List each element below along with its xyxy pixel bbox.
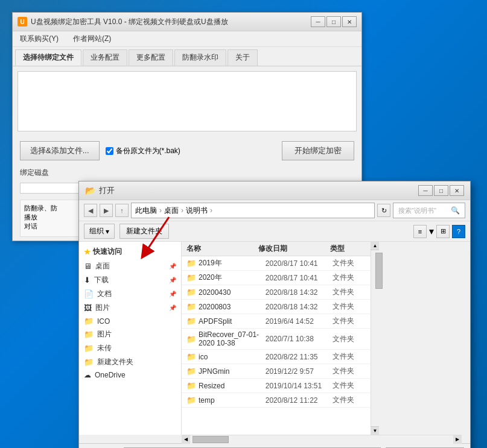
h-scroll-thumb[interactable] <box>193 436 229 443</box>
sidebar-item-desktop[interactable]: 🖥 桌面 📌 <box>79 259 181 273</box>
file-date: 2019/10/14 13:51 <box>266 382 333 390</box>
tab-more-config[interactable]: 更多配置 <box>129 49 173 66</box>
start-button[interactable]: 开始绑定加密 <box>282 141 354 160</box>
dialog-scrollbar-h[interactable]: ◀ ▶ <box>182 435 462 443</box>
sidebar-item-pictures2[interactable]: 📁 图片 <box>79 327 181 341</box>
organize-button[interactable]: 组织 ▾ <box>84 224 115 239</box>
back-button[interactable]: ◀ <box>84 204 97 217</box>
dialog-title-left: 📂 打开 <box>85 185 115 196</box>
file-row[interactable]: 📁 20200430 2020/8/18 14:32 文件夹 <box>182 285 371 300</box>
up-button[interactable]: ↑ <box>115 204 129 217</box>
h-scroll-track[interactable] <box>190 435 453 444</box>
file-type: 文件夹 <box>333 366 366 376</box>
file-name: BitRecover_07-01-2020 10-38 <box>199 330 266 347</box>
app-title: U盘视频绑定加密工具 V10.0 - 绑定视频文件到硬盘或U盘播放 <box>31 17 228 27</box>
backup-checkbox[interactable] <box>106 147 113 155</box>
view-toggle-button[interactable]: ≡ <box>413 225 427 238</box>
file-row[interactable]: 📁 JPNGmin 2019/12/2 9:57 文件夹 <box>182 364 371 379</box>
file-date: 2020/8/18 14:32 <box>266 288 333 297</box>
file-row[interactable]: 📁 2019年 2020/8/17 10:41 文件夹 <box>182 256 371 271</box>
maximize-button[interactable]: □ <box>326 16 341 27</box>
sidebar-item-onedrive[interactable]: ☁ OneDrive <box>79 369 181 381</box>
folder-icon: 📁 <box>186 335 196 344</box>
sidebar-item-ico[interactable]: 📁 ICO <box>79 315 181 327</box>
forward-button[interactable]: ▶ <box>100 204 113 217</box>
sidebar-item-pictures[interactable]: 🖼 图片 📌 <box>79 301 181 315</box>
organize-label: 组织 <box>89 226 104 236</box>
file-date: 2020/8/17 10:41 <box>266 259 333 268</box>
file-row[interactable]: 📁 Resized 2019/10/14 13:51 文件夹 <box>182 379 371 393</box>
file-row[interactable]: 📁 APDFSplit 2019/6/4 14:52 文件夹 <box>182 314 371 329</box>
folder-icon: 📁 <box>186 381 196 390</box>
file-list-area <box>18 71 357 131</box>
dialog-close-button[interactable]: ✕ <box>450 185 464 196</box>
onedrive-icon: ☁ <box>84 371 91 379</box>
dialog-body-wrapper: ★ 快速访问 🖥 桌面 📌 ⬇ 下载 📌 📄 <box>79 242 470 435</box>
dialog-main: 名称 修改日期 类型 📁 2019年 2020/8/17 10:41 文件夹 📁… <box>182 242 371 435</box>
folder-icon: 📁 <box>186 352 196 361</box>
col-header-date: 修改日期 <box>258 244 330 254</box>
view-grid-button[interactable]: ⊞ <box>436 225 450 238</box>
file-type: 文件夹 <box>333 301 366 312</box>
downloads-icon: ⬇ <box>84 276 91 285</box>
menu-bar: 联系购买(Y) 作者网站(Z) <box>13 31 361 47</box>
file-row[interactable]: 📁 ico 2020/8/22 11:35 文件夹 <box>182 350 371 364</box>
file-rows-container: 📁 2019年 2020/8/17 10:41 文件夹 📁 2020年 2020… <box>182 256 371 408</box>
folder-icon: 📁 <box>186 288 196 297</box>
dialog-scrollbar-v[interactable]: ▲ ▼ <box>371 242 379 435</box>
h-scroll-left[interactable]: ◀ <box>182 435 190 444</box>
sidebar-item-new-folder[interactable]: 📁 新建文件夹 <box>79 355 181 369</box>
file-name: ico <box>199 353 266 361</box>
view-controls: ≡ ▾ ⊞ ? <box>413 225 465 238</box>
search-box[interactable]: 搜索"说明书" 🔍 <box>393 203 465 218</box>
pictures2-folder-icon: 📁 <box>84 330 94 339</box>
file-row[interactable]: 📁 20200803 2020/8/18 14:32 文件夹 <box>182 300 371 314</box>
menu-contact[interactable]: 联系购买(Y) <box>18 33 61 45</box>
desktop: U U盘视频绑定加密工具 V10.0 - 绑定视频文件到硬盘或U盘播放 ─ □ … <box>0 0 487 448</box>
file-date: 2020/8/22 11:35 <box>266 353 333 361</box>
tab-about[interactable]: 关于 <box>228 49 258 66</box>
dialog-actions-bar: 组织 ▾ 新建文件夹 ≡ ▾ ⊞ ? <box>79 221 470 242</box>
organize-dropdown-icon: ▾ <box>106 227 109 236</box>
close-button[interactable]: ✕ <box>342 16 357 27</box>
menu-website[interactable]: 作者网站(Z) <box>71 33 113 45</box>
file-name: Resized <box>199 382 266 390</box>
file-type: 文件夹 <box>333 334 366 344</box>
ico-folder-icon: 📁 <box>84 317 94 326</box>
sidebar-item-documents[interactable]: 📄 文档 📌 <box>79 287 181 301</box>
h-scroll-right[interactable]: ▶ <box>453 435 462 444</box>
sidebar-item-weizhuan[interactable]: 📁 未传 <box>79 341 181 355</box>
scroll-up-button[interactable]: ▲ <box>371 242 379 250</box>
breadcrumb-bar[interactable]: 此电脑 › 桌面 › 说明书 › <box>131 203 375 218</box>
tab-watermark[interactable]: 防翻录水印 <box>174 49 226 66</box>
file-name: APDFSplit <box>199 317 266 326</box>
title-bar: U U盘视频绑定加密工具 V10.0 - 绑定视频文件到硬盘或U盘播放 ─ □ … <box>13 13 361 31</box>
tab-business-config[interactable]: 业务配置 <box>83 49 127 66</box>
file-type: 文件夹 <box>333 287 366 297</box>
file-date: 2020/8/18 14:32 <box>266 303 333 311</box>
breadcrumb-pc: 此电脑 <box>135 206 157 216</box>
dialog-minimize-button[interactable]: ─ <box>418 185 433 196</box>
new-folder-button[interactable]: 新建文件夹 <box>119 224 169 239</box>
dialog-maximize-button[interactable]: □ <box>434 185 448 196</box>
file-row[interactable]: 📁 temp 2020/8/12 11:22 文件夹 <box>182 393 371 408</box>
scroll-down-button[interactable]: ▼ <box>371 426 379 435</box>
file-row[interactable]: 📁 BitRecover_07-01-2020 10-38 2020/7/1 1… <box>182 329 371 350</box>
pin-icon-pictures: 📌 <box>169 304 176 311</box>
pin-icon-documents: 📌 <box>169 291 176 297</box>
sidebar-ico-label: ICO <box>97 317 110 326</box>
scroll-thumb[interactable] <box>375 253 383 289</box>
help-button[interactable]: ? <box>452 225 465 238</box>
file-name: temp <box>199 396 266 405</box>
title-bar-left: U U盘视频绑定加密工具 V10.0 - 绑定视频文件到硬盘或U盘播放 <box>18 17 228 27</box>
file-type: 文件夹 <box>333 258 366 268</box>
minimize-button[interactable]: ─ <box>311 16 325 27</box>
file-select-row: 选择&添加文件... 备份原文件为(*.bak) 开始绑定加密 <box>13 136 361 165</box>
sidebar-item-downloads[interactable]: ⬇ 下载 📌 <box>79 273 181 287</box>
tab-select-file[interactable]: 选择待绑定文件 <box>15 49 81 66</box>
select-file-button[interactable]: 选择&添加文件... <box>20 141 100 160</box>
refresh-button[interactable]: ↻ <box>377 204 390 217</box>
file-row[interactable]: 📁 2020年 2020/8/17 10:41 文件夹 <box>182 271 371 285</box>
pin-icon-downloads: 📌 <box>169 277 176 283</box>
file-name: 20200803 <box>199 303 266 311</box>
